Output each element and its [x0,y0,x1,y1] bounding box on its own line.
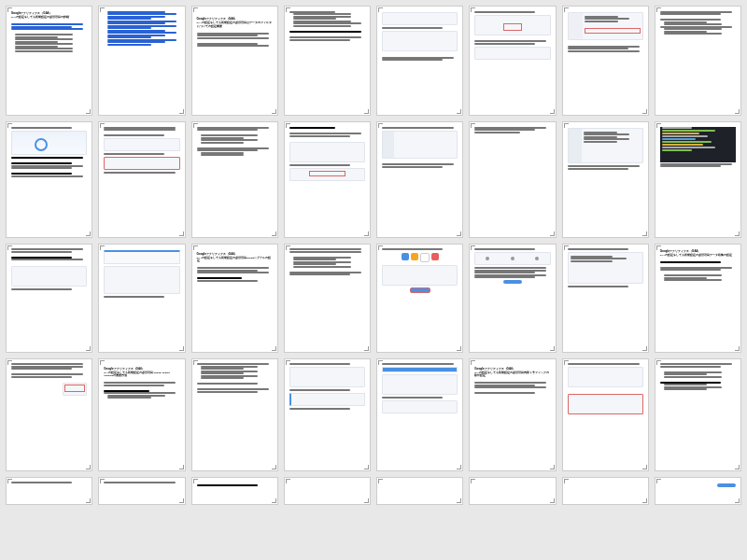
page-35[interactable] [191,477,278,505]
page-36[interactable] [284,477,371,505]
screenshot [289,168,365,181]
page-2[interactable] [98,6,185,116]
screenshot [104,250,179,264]
page-4[interactable] [284,6,371,116]
page-title: Googleアナリティクス（GA4） [104,367,179,371]
page-3[interactable]: Googleアナリティクス（GA4） GA4の設定をしても初期設定の必須項目はデ… [191,6,278,116]
page-14[interactable] [469,121,556,238]
screenshot [474,47,550,60]
page-subtitle: GA4の設定をしても初期設定の必須項目はデータのフィルタについての設定概要 [197,21,273,28]
page-12[interactable] [284,121,371,238]
page-17[interactable] [6,244,92,353]
page-subtitle: GA4の設定をしても初期設定の必須項目の詳細 [11,16,87,20]
page-26[interactable]: Googleアナリティクス（GA4） GA4の設定をしても初期設定の必須項目Go… [98,358,185,471]
page-7[interactable] [562,6,649,116]
page-subtitle: GA4の設定をしても初期設定の必須項目内部トラフィックの除外設定 [474,371,550,378]
screenshot [568,367,643,387]
page-13[interactable] [376,121,463,238]
page-5[interactable] [376,6,463,116]
page-18[interactable] [98,244,185,353]
screenshot [289,393,365,406]
screenshot [382,400,458,413]
page-34[interactable] [98,477,185,505]
button [717,483,736,487]
page-16[interactable] [655,121,741,238]
screenshot [382,131,458,159]
screenshot [474,15,550,35]
page-10[interactable] [98,121,185,238]
page-6[interactable] [469,6,556,116]
screenshot [104,266,179,294]
page-22[interactable] [469,244,556,353]
map-chart [11,131,87,155]
page-subtitle: GA4の設定をしても初期設定の必須項目Google Search Console… [104,371,179,378]
page-20[interactable] [284,244,371,353]
page-subtitle: GA4の設定をしても初期設定の必須項目Googleシグナルの設定 [197,257,273,263]
page-title: Googleアナリティクス（GA4） [660,249,736,253]
page-27[interactable] [191,358,278,471]
icon-row [382,253,458,262]
page-title: Googleアナリティクス（GA4） [197,17,273,21]
page-11[interactable] [191,121,278,238]
screenshot [11,266,87,287]
screenshot [382,12,458,25]
page-24[interactable]: Googleアナリティクス（GA4） GA4の設定をしても初期設定の必須項目デー… [655,244,741,353]
screenshot [382,31,458,51]
page-30[interactable]: Googleアナリティクス（GA4） GA4の設定をしても初期設定の必須項目内部… [469,358,556,471]
screenshot [289,367,365,387]
page-29[interactable] [376,358,463,471]
page-subtitle: GA4の設定をしても初期設定の必須項目データ収集の設定 [660,254,736,258]
screenshot [382,265,458,286]
page-1[interactable]: Googleアナリティクス（GA4） GA4の設定をしても初期設定の必須項目の詳… [6,6,92,116]
page-39[interactable] [562,477,649,505]
page-19[interactable]: Googleアナリティクス（GA4） GA4の設定をしても初期設定の必須項目Go… [191,244,278,353]
screenshot [63,383,87,396]
page-38[interactable] [469,477,556,505]
screenshot [568,252,643,284]
screenshot [382,374,458,395]
button [503,280,522,284]
screenshot [104,138,179,151]
thumbnail-grid: Googleアナリティクス（GA4） GA4の設定をしても初期設定の必須項目の詳… [0,0,747,560]
page-title: Googleアナリティクス（GA4） [197,252,273,256]
page-31[interactable] [562,358,649,471]
button [410,287,430,293]
page-23[interactable] [562,244,649,353]
page-title: Googleアナリティクス（GA4） [11,11,87,15]
screenshot [104,157,179,170]
page-title: Googleアナリティクス（GA4） [474,367,550,371]
page-37[interactable] [376,477,463,505]
code-block [660,127,736,162]
page-8[interactable] [655,6,741,116]
screenshot [568,394,643,414]
page-28[interactable] [284,358,371,471]
page-9[interactable] [6,121,92,238]
page-40[interactable] [655,477,741,505]
screenshot [568,12,643,40]
screenshot [568,128,643,163]
page-32[interactable] [655,358,741,471]
screenshot [382,367,458,372]
page-25[interactable] [6,358,92,471]
screenshot [289,142,365,162]
page-21[interactable] [376,244,463,353]
page-15[interactable] [562,121,649,238]
screenshot [474,252,550,265]
page-33[interactable] [6,477,92,505]
